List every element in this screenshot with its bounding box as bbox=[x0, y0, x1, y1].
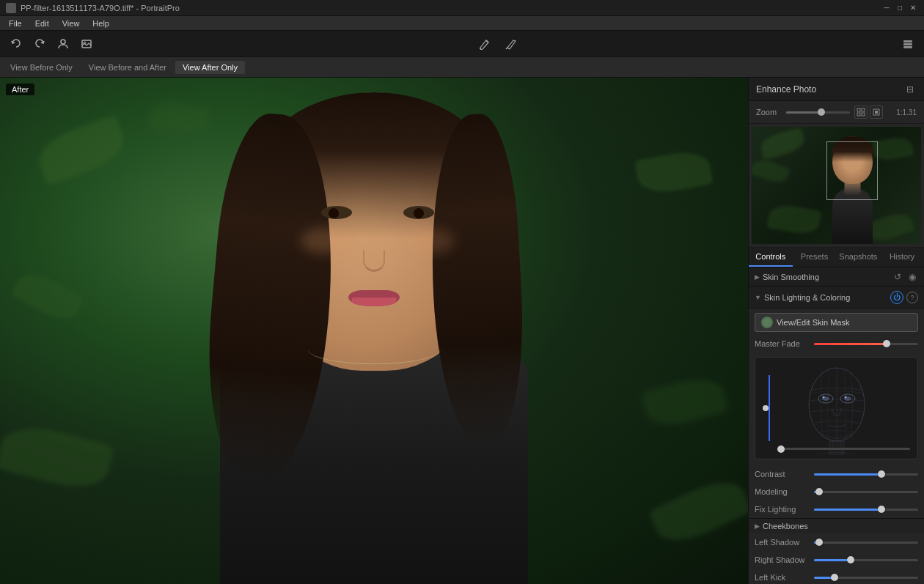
right-shadow-fill bbox=[814, 559, 851, 561]
person-button[interactable] bbox=[53, 34, 73, 54]
contrast-slider[interactable] bbox=[814, 473, 918, 476]
image-button[interactable] bbox=[76, 34, 97, 54]
cheekbones-name: Cheekbones bbox=[763, 522, 918, 531]
view-before-after-tab[interactable]: View Before and After bbox=[81, 61, 174, 74]
zoom-section: Zoom bbox=[749, 101, 924, 124]
skin-smoothing-header[interactable]: ▶ Skin Smoothing ↺ ◉ bbox=[749, 267, 924, 287]
master-fade-thumb[interactable] bbox=[883, 340, 890, 347]
tab-presets[interactable]: Presets bbox=[793, 248, 837, 267]
zoom-slider[interactable] bbox=[786, 111, 850, 114]
contrast-label: Contrast bbox=[755, 470, 810, 478]
left-shadow-thumb[interactable] bbox=[815, 539, 823, 546]
skin-lighting-chevron: ▼ bbox=[755, 294, 761, 301]
skin-mask-button[interactable]: View/Edit Skin Mask bbox=[755, 313, 918, 332]
layers-button[interactable] bbox=[898, 34, 918, 54]
contrast-thumb[interactable] bbox=[878, 470, 885, 478]
right-shadow-slider[interactable] bbox=[814, 559, 918, 561]
thumbnail-box[interactable] bbox=[752, 127, 921, 244]
left-kick-slider[interactable] bbox=[814, 577, 918, 579]
right-eye bbox=[403, 206, 434, 219]
zoom-fit-button[interactable] bbox=[854, 106, 868, 119]
pen-tool-button[interactable] bbox=[500, 34, 521, 54]
widget-bottom-thumb[interactable] bbox=[777, 446, 785, 453]
skin-lighting-help-button[interactable]: ? bbox=[906, 292, 918, 303]
zoom-label: Zoom bbox=[756, 108, 782, 117]
minimize-button[interactable]: ─ bbox=[881, 3, 892, 13]
face-3d-widget bbox=[755, 357, 918, 459]
zoom-1to1-button[interactable] bbox=[870, 106, 883, 119]
skin-lighting-header[interactable]: ▼ Skin Lighting & Coloring ⏻ ? bbox=[749, 287, 924, 308]
svg-rect-8 bbox=[857, 113, 860, 116]
panel-collapse-button[interactable]: ⊟ bbox=[903, 83, 917, 96]
thumb-hair bbox=[832, 136, 874, 162]
thumb-leaf-3 bbox=[870, 135, 914, 162]
master-fade-row: Master Fade bbox=[749, 336, 924, 351]
fix-lighting-row: Fix Lighting bbox=[749, 500, 924, 518]
thumb-leaf-2 bbox=[752, 156, 791, 186]
widget-left-dot[interactable] bbox=[763, 405, 769, 411]
left-shadow-slider[interactable] bbox=[814, 542, 918, 544]
modeling-slider[interactable] bbox=[814, 491, 918, 493]
modeling-row: Modeling bbox=[749, 483, 924, 500]
svg-point-21 bbox=[844, 396, 846, 399]
menu-file[interactable]: File bbox=[3, 18, 28, 29]
title-bar-controls[interactable]: ─ □ ✕ bbox=[881, 3, 918, 13]
fix-lighting-label: Fix Lighting bbox=[755, 505, 810, 514]
svg-rect-11 bbox=[875, 111, 878, 114]
view-after-tab[interactable]: View After Only bbox=[175, 61, 245, 74]
cheekbones-chevron: ▶ bbox=[755, 522, 760, 530]
widget-bottom-track[interactable] bbox=[777, 448, 910, 450]
nose bbox=[363, 250, 385, 272]
left-kick-thumb[interactable] bbox=[831, 574, 838, 581]
thumbnail-section bbox=[749, 124, 924, 248]
left-eye bbox=[321, 206, 352, 219]
skin-lighting-power-button[interactable]: ⏻ bbox=[890, 291, 903, 304]
mask-icon bbox=[761, 317, 773, 328]
cheekbones-header[interactable]: ▶ Cheekbones bbox=[749, 518, 924, 533]
left-shadow-row: Left Shadow bbox=[749, 533, 924, 551]
tab-snapshots[interactable]: Snapshots bbox=[836, 248, 880, 267]
view-tabs: View Before Only View Before and After V… bbox=[0, 57, 924, 78]
tab-controls[interactable]: Controls bbox=[749, 248, 793, 267]
portrait-container bbox=[0, 78, 748, 584]
right-shadow-thumb[interactable] bbox=[847, 556, 854, 563]
menu-view[interactable]: View bbox=[56, 18, 86, 29]
after-label: After bbox=[6, 84, 34, 95]
master-fade-slider[interactable] bbox=[814, 343, 918, 345]
undo-button[interactable] bbox=[6, 34, 26, 54]
tab-history[interactable]: History bbox=[880, 248, 924, 267]
brush-tool-button[interactable] bbox=[474, 34, 494, 54]
svg-point-20 bbox=[822, 396, 824, 399]
skin-smoothing-reset-button[interactable]: ↺ bbox=[892, 271, 903, 283]
modeling-thumb[interactable] bbox=[815, 488, 823, 495]
svg-rect-6 bbox=[857, 108, 860, 111]
skin-mask-label: View/Edit Skin Mask bbox=[777, 318, 849, 327]
master-fade-label: Master Fade bbox=[755, 339, 810, 348]
left-shadow-label: Left Shadow bbox=[755, 538, 810, 547]
fix-lighting-fill bbox=[814, 509, 881, 511]
menu-bar: File Edit View Help bbox=[0, 16, 924, 31]
svg-point-0 bbox=[61, 40, 65, 44]
svg-rect-5 bbox=[903, 46, 912, 48]
title-bar: PP-filter-1613511173-A79O.tiff* - Portra… bbox=[0, 0, 924, 16]
fix-lighting-slider[interactable] bbox=[814, 509, 918, 511]
fix-lighting-thumb[interactable] bbox=[878, 506, 885, 513]
menu-edit[interactable]: Edit bbox=[29, 18, 55, 29]
view-before-tab[interactable]: View Before Only bbox=[3, 61, 80, 74]
skin-smoothing-chevron: ▶ bbox=[755, 273, 760, 281]
right-shadow-row: Right Shadow bbox=[749, 551, 924, 569]
left-kick-row: Left Kick bbox=[749, 569, 924, 584]
menu-help[interactable]: Help bbox=[87, 18, 115, 29]
contrast-fill bbox=[814, 473, 881, 476]
skin-smoothing-icons: ↺ ◉ bbox=[892, 271, 918, 283]
app-icon bbox=[6, 3, 16, 13]
zoom-slider-thumb[interactable] bbox=[818, 108, 825, 116]
lips bbox=[348, 290, 400, 306]
close-button[interactable]: ✕ bbox=[908, 3, 918, 13]
svg-rect-4 bbox=[903, 43, 912, 45]
cheek-right bbox=[411, 228, 455, 254]
skin-smoothing-toggle-button[interactable]: ◉ bbox=[906, 271, 918, 283]
toolbar-right bbox=[898, 34, 918, 54]
redo-button[interactable] bbox=[29, 34, 50, 54]
maximize-button[interactable]: □ bbox=[895, 3, 905, 13]
